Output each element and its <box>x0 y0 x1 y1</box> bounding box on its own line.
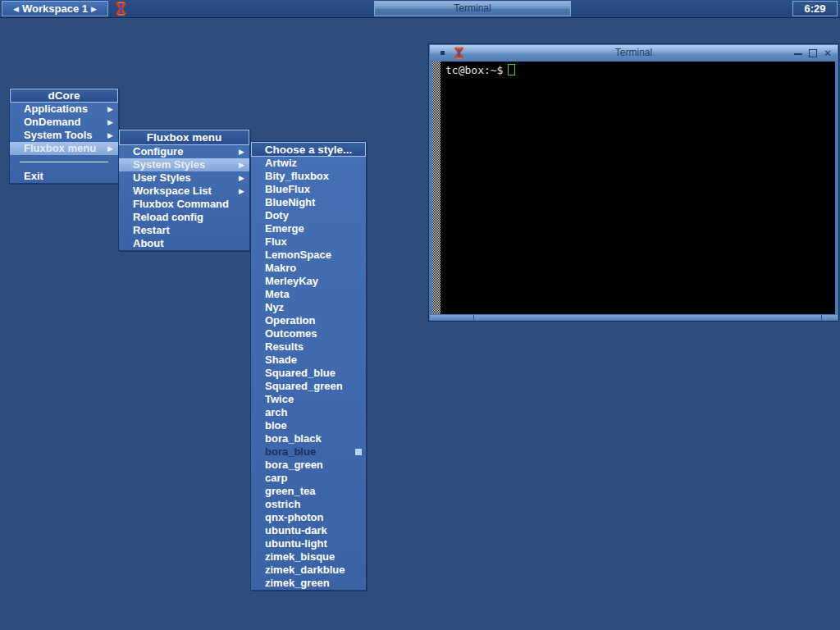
resize-grip-left[interactable] <box>473 315 474 320</box>
menu-item-label: zimek_green <box>265 577 330 589</box>
submenu-arrow-icon: ▶ <box>107 103 113 116</box>
submenu-arrow-icon: ▶ <box>239 158 244 171</box>
menu-item[interactable]: Workspace List ▶ <box>119 185 249 198</box>
menu-item-label: Applications <box>24 103 88 115</box>
minimize-icon[interactable] <box>794 49 802 57</box>
menu-item[interactable]: Shade ▶ <box>251 354 366 367</box>
menu-item-label: Bity_fluxbox <box>265 170 329 182</box>
menu-item-label: MerleyKay <box>265 275 318 287</box>
menu-item-label: About <box>133 237 164 249</box>
workspace-label: Workspace 1 <box>22 2 88 15</box>
menu-item[interactable]: Operation ▶ <box>251 314 366 327</box>
clock: 6:29 <box>792 1 838 16</box>
menu-item[interactable]: Artwiz ▶ <box>251 157 366 170</box>
menu-item-label: carp <box>265 472 287 484</box>
menu-item[interactable]: zimek_darkblue ▶ <box>251 564 366 577</box>
menu-item[interactable]: Configure ▶ <box>119 145 249 158</box>
next-workspace-icon[interactable]: ▶ <box>88 5 100 13</box>
submenu-arrow-icon: ▶ <box>107 129 113 142</box>
menu-item[interactable]: OnDemand ▶ <box>10 116 118 129</box>
menu-item[interactable]: Outcomes ▶ <box>251 327 366 340</box>
menu-item[interactable]: User Styles ▶ <box>119 171 249 185</box>
menu-item[interactable]: MerleyKay ▶ <box>251 275 366 288</box>
menu-item[interactable]: qnx-photon ▶ <box>251 511 366 524</box>
menu-title: Fluxbox menu <box>119 130 249 145</box>
menu-item[interactable]: ostrich ▶ <box>251 498 366 511</box>
taskbar-window-button[interactable]: Terminal <box>374 1 571 16</box>
menu-item-label: Squared_green <box>265 380 343 392</box>
menu-item-label: User Styles <box>133 171 191 184</box>
menu-item[interactable]: Exit ▶ <box>10 170 118 183</box>
menu-item[interactable]: bloe ▶ <box>251 419 366 432</box>
menu-item[interactable]: Twice ▶ <box>251 393 366 406</box>
menu-item-label: Squared_blue <box>265 367 336 379</box>
menu-item-label: zimek_darkblue <box>265 564 345 576</box>
window-controls: ✕ <box>794 45 832 61</box>
menu-item-label: Fluxbox menu <box>24 142 96 154</box>
fluxbox-menu: Fluxbox menu Configure ▶ System Styles ▶… <box>118 129 250 251</box>
menu-item-label: Operation <box>265 314 315 326</box>
resize-grip-right[interactable] <box>821 315 822 320</box>
workspace-switcher[interactable]: ◀Workspace 1▶ <box>2 1 108 16</box>
menu-item[interactable]: Applications ▶ <box>10 103 118 116</box>
maximize-icon[interactable] <box>809 49 817 57</box>
menu-item[interactable]: Bity_fluxbox ▶ <box>251 170 366 183</box>
menu-item-label: bora_black <box>265 432 322 445</box>
menu-item[interactable]: carp ▶ <box>251 472 366 485</box>
prev-workspace-icon[interactable]: ◀ <box>10 5 22 13</box>
terminal-window: Terminal ✕ tc@box:~$ <box>428 43 839 322</box>
menu-item-label: Emerge <box>265 222 304 235</box>
terminal-titlebar[interactable]: Terminal ✕ <box>430 45 838 61</box>
menu-item[interactable]: About ▶ <box>119 237 249 250</box>
menu-item[interactable]: bora_blue ▶ <box>251 445 366 459</box>
menu-item[interactable]: Makro ▶ <box>251 262 366 275</box>
menu-item-label: Results <box>265 340 304 353</box>
menu-item-label: Artwiz <box>265 157 297 169</box>
menu-separator <box>10 155 118 170</box>
menu-item[interactable]: System Tools ▶ <box>10 129 118 142</box>
menu-item[interactable]: bora_black ▶ <box>251 432 366 445</box>
menu-title: Choose a style... <box>251 142 366 157</box>
menu-item[interactable]: Reload config ▶ <box>119 211 249 224</box>
menu-item[interactable]: Emerge ▶ <box>251 222 366 235</box>
menu-item[interactable]: Flux ▶ <box>251 235 366 249</box>
menu-item[interactable]: Fluxbox menu ▶ <box>10 142 118 155</box>
terminal-content[interactable]: tc@box:~$ <box>432 62 835 314</box>
terminal-scrollbar[interactable] <box>432 62 441 314</box>
menu-item[interactable]: bora_green ▶ <box>251 459 366 472</box>
menu-item-label: Restart <box>133 224 170 236</box>
window-resize-handle[interactable] <box>430 315 838 320</box>
menu-item-label: Workspace List <box>133 185 212 197</box>
menu-item-label: Nyz <box>265 301 284 313</box>
menu-item-label: green_tea <box>265 485 315 497</box>
menu-item[interactable]: arch ▶ <box>251 406 366 419</box>
menu-item[interactable]: Restart ▶ <box>119 224 249 237</box>
menu-item[interactable]: LemonSpace ▶ <box>251 249 366 262</box>
style-menu: Choose a style... Artwiz ▶ Bity_fluxbox … <box>250 141 367 591</box>
menu-item-label: Configure <box>133 145 183 158</box>
dcore-menu: dCore Applications ▶ OnDemand ▶ System T… <box>9 88 119 184</box>
menu-item-label: Reload config <box>133 211 203 223</box>
close-icon[interactable]: ✕ <box>824 49 832 57</box>
menu-item-label: BlueNight <box>265 196 315 208</box>
menu-item[interactable]: zimek_green ▶ <box>251 577 366 590</box>
menu-item[interactable]: green_tea ▶ <box>251 485 366 498</box>
menu-item[interactable]: Meta ▶ <box>251 288 366 301</box>
menu-item[interactable]: BlueNight ▶ <box>251 196 366 209</box>
toolbar: ◀Workspace 1▶ Terminal 6:29 <box>0 0 840 18</box>
dcore-logo-icon[interactable] <box>115 2 127 16</box>
menu-item[interactable]: zimek_bisque ▶ <box>251 550 366 564</box>
menu-item[interactable]: ubuntu-dark ▶ <box>251 524 366 537</box>
menu-item[interactable]: ubuntu-light ▶ <box>251 537 366 550</box>
menu-item[interactable]: System Styles ▶ <box>119 158 249 171</box>
menu-item-label: OnDemand <box>24 116 80 128</box>
menu-item[interactable]: Squared_green ▶ <box>251 380 366 393</box>
menu-item[interactable]: Nyz ▶ <box>251 301 366 314</box>
menu-item[interactable]: Doty ▶ <box>251 209 366 222</box>
menu-item[interactable]: Results ▶ <box>251 340 366 354</box>
menu-item[interactable]: Fluxbox Command ▶ <box>119 198 249 211</box>
menu-item[interactable]: Squared_blue ▶ <box>251 367 366 380</box>
menu-item[interactable]: BlueFlux ▶ <box>251 183 366 196</box>
menu-item-label: ubuntu-light <box>265 537 327 550</box>
selected-style-marker <box>355 449 362 455</box>
